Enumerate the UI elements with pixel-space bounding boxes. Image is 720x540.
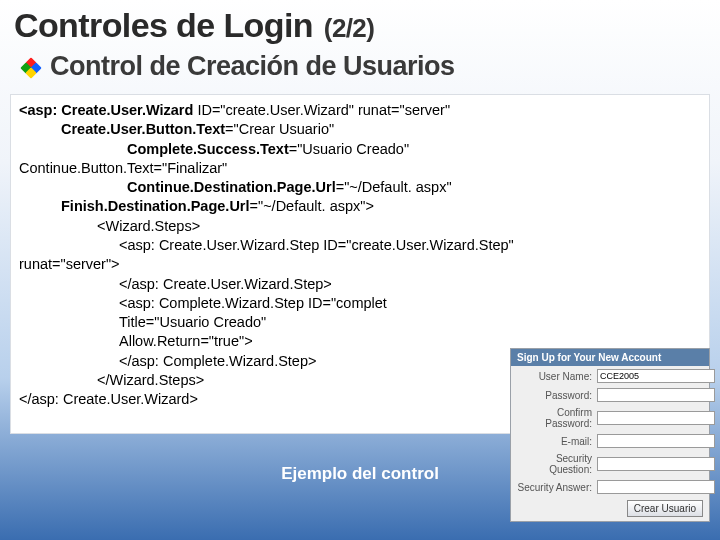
code-line-3-val: ="Usuario Creado" — [289, 141, 409, 157]
input-answer[interactable] — [597, 480, 715, 494]
input-email[interactable] — [597, 434, 715, 448]
code-line-3-key: Complete.Success.Text — [127, 141, 289, 157]
input-confirm[interactable] — [597, 411, 715, 425]
label-password: Password: — [517, 390, 597, 401]
diamond-bullet-icon — [22, 59, 40, 75]
code-line-6-val: ="~/Default. aspx"> — [250, 198, 374, 214]
form-header: Sign Up for Your New Account — [511, 349, 709, 366]
code-line-7: <Wizard.Steps> — [19, 217, 701, 236]
form-row-answer: Security Answer: — [511, 477, 709, 496]
code-line-6-key: Finish.Destination.Page.Url — [61, 198, 250, 214]
create-user-button[interactable]: Crear Usuario — [627, 500, 703, 517]
form-preview: Sign Up for Your New Account User Name: … — [510, 348, 710, 522]
code-line-4: Continue.Button.Text="Finalizar" — [19, 159, 701, 178]
code-line-9: runat="server"> — [19, 255, 701, 274]
code-line-2-val: ="Crear Usuario" — [225, 121, 334, 137]
title-text: Controles de Login — [14, 6, 313, 44]
subtitle-text: Control de Creación de Usuarios — [50, 51, 455, 82]
label-confirm: Confirm Password: — [517, 407, 597, 429]
code-line-10: </asp: Create.User.Wizard.Step> — [19, 275, 701, 294]
form-row-email: E-mail: — [511, 431, 709, 450]
form-footer: Crear Usuario — [511, 496, 709, 521]
code-line-5-val: ="~/Default. aspx" — [336, 179, 452, 195]
form-row-username: User Name: — [511, 366, 709, 385]
form-row-password: Password: — [511, 385, 709, 404]
code-line-11: <asp: Complete.Wizard.Step ID="complet — [19, 294, 701, 313]
input-password[interactable] — [597, 388, 715, 402]
title-fraction: (2/2) — [324, 13, 374, 43]
slide-title: Controles de Login (2/2) — [0, 0, 720, 47]
label-question: Security Question: — [517, 453, 597, 475]
input-question[interactable] — [597, 457, 715, 471]
code-line-2-key: Create.User.Button.Text — [61, 121, 225, 137]
form-row-confirm: Confirm Password: — [511, 404, 709, 431]
code-line-1-rest: ID="create.User.Wizard" runat="server" — [193, 102, 450, 118]
form-row-question: Security Question: — [511, 450, 709, 477]
code-line-5-key: Continue.Destination.Page.Url — [127, 179, 336, 195]
code-line-12: Title="Usuario Creado" — [19, 313, 701, 332]
label-username: User Name: — [517, 371, 597, 382]
code-line-8: <asp: Create.User.Wizard.Step ID="create… — [19, 236, 701, 255]
label-email: E-mail: — [517, 436, 597, 447]
code-line-1-tag: <asp: Create.User.Wizard — [19, 102, 193, 118]
input-username[interactable] — [597, 369, 715, 383]
subtitle-row: Control de Creación de Usuarios — [0, 47, 720, 88]
label-answer: Security Answer: — [517, 482, 597, 493]
